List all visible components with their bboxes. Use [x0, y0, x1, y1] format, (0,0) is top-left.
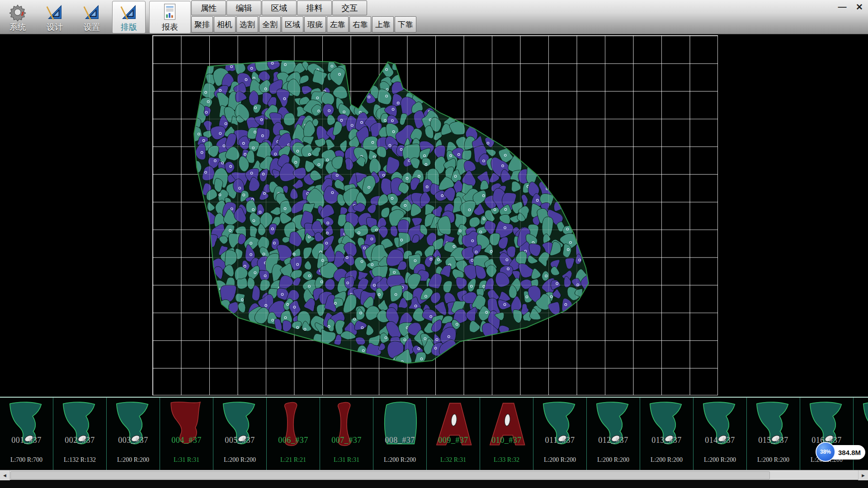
piece-name: 013_#37	[640, 436, 693, 445]
piece-counts: L:33 R:32	[480, 456, 533, 464]
close-button[interactable]: ✕	[853, 1, 866, 13]
tool-button-align-top[interactable]: 上靠	[372, 16, 394, 33]
piece-name: 006_#37	[267, 436, 320, 445]
piece-counts: L:31 R:31	[320, 456, 373, 464]
piece-counts: L:200 R:200	[587, 456, 640, 464]
piece-thumbnail[interactable]: 007_#37L:31 R:31	[320, 398, 373, 470]
ribbon-toolbar: 系统设计设置排版报表 属性编辑区域排料交互 聚排相机选割全割区域瑕疵左靠右靠上靠…	[0, 0, 868, 34]
set-square-icon	[45, 3, 64, 22]
progress-percent-badge: 38%	[816, 442, 835, 462]
piece-thumbnail[interactable]: 011_#37L:200 R:200	[533, 398, 587, 470]
piece-thumbnail[interactable]: 009_#37L:32 R:31	[427, 398, 480, 470]
piece-name: 005_#37	[213, 436, 266, 445]
pieces-strip: 001_#37L:700 R:700002_#37L:132 R:132003_…	[0, 397, 868, 470]
piece-name: 007_#37	[320, 436, 373, 445]
piece-counts: L:32 R:31	[427, 456, 480, 464]
piece-name: 003_#37	[107, 436, 160, 445]
main-button-group: 系统设计设置排版报表	[1, 1, 191, 33]
piece-thumbnail[interactable]: 001_#37L:700 R:700	[0, 398, 53, 470]
piece-thumbnail[interactable]: 010_#37L:33 R:32	[480, 398, 533, 470]
piece-name: 002_#37	[53, 436, 106, 445]
piece-counts: L:700 R:700	[0, 456, 53, 464]
scrollbar-thumb[interactable]	[10, 471, 770, 479]
piece-name: 004_#37	[160, 436, 213, 445]
set-square-icon	[119, 3, 138, 22]
menu-tab-interactive[interactable]: 交互	[332, 0, 367, 15]
piece-name: 014_#37	[693, 436, 746, 445]
piece-name: 011_#37	[533, 436, 586, 445]
menu-tab-row: 属性编辑区域排料交互	[191, 0, 417, 15]
ribbon-button-label: 设置	[84, 22, 100, 32]
tool-button-cut-all[interactable]: 全割	[259, 16, 281, 33]
piece-name: 012_#37	[587, 436, 640, 445]
minimize-button[interactable]: —	[835, 1, 849, 13]
piece-thumbnail[interactable]: 014_#37L:200 R:200	[693, 398, 747, 470]
piece-counts: L:200 R:200	[640, 456, 693, 464]
piece-thumbnail[interactable]: 005_#37L:200 R:200	[213, 398, 267, 470]
app-window: 系统设计设置排版报表 属性编辑区域排料交互 聚排相机选割全割区域瑕疵左靠右靠上靠…	[0, 0, 868, 488]
piece-counts: L:200 R:200	[693, 456, 746, 464]
piece-counts: L:132 R:132	[53, 456, 106, 464]
tool-button-align-right[interactable]: 右靠	[349, 16, 371, 33]
piece-name: 015_#37	[747, 436, 800, 445]
piece-counts: L:31 R:31	[160, 456, 213, 464]
ribbon-button-system[interactable]: 系统	[1, 1, 34, 33]
piece-thumbnail[interactable]: 015_#37L:200 R:200	[747, 398, 800, 470]
set-square-icon	[82, 3, 101, 22]
piece-thumbnail[interactable]: 013_#37L:200 R:200	[640, 398, 693, 470]
ribbon-button-label: 设计	[47, 22, 63, 32]
scroll-left-arrow-icon[interactable]: ◄	[0, 470, 10, 480]
piece-name: 010_#37	[480, 436, 533, 445]
tool-button-align-left[interactable]: 左靠	[327, 16, 349, 33]
piece-counts: L:200 R:200	[747, 456, 800, 464]
piece-thumbnail[interactable]: 012_#37L:200 R:200	[587, 398, 640, 470]
ribbon-button-nesting[interactable]: 排版	[112, 1, 146, 33]
ribbon-button-report[interactable]: 报表	[149, 1, 191, 33]
menu-tab-properties[interactable]: 属性	[191, 0, 226, 15]
ribbon-button-label: 排版	[121, 22, 137, 32]
piece-thumbnail[interactable]: 006_#37L:21 R:21	[267, 398, 320, 470]
piece-counts: L:200 R:200	[533, 456, 586, 464]
horizontal-scrollbar[interactable]: ◄ ►	[0, 470, 868, 480]
tool-button-row: 聚排相机选割全割区域瑕疵左靠右靠上靠下靠	[191, 16, 417, 33]
piece-thumbnail[interactable]: 004_#37L:31 R:31	[160, 398, 213, 470]
piece-counts: L:200 R:200	[107, 456, 160, 464]
menu-area: 属性编辑区域排料交互 聚排相机选割全割区域瑕疵左靠右靠上靠下靠	[191, 0, 417, 33]
ribbon-button-settings[interactable]: 设置	[75, 1, 108, 33]
nesting-canvas[interactable]	[152, 35, 717, 395]
piece-counts: L:21 R:21	[267, 456, 320, 464]
piece-thumbnail[interactable]: 003_#37L:200 R:200	[107, 398, 160, 470]
piece-counts: L:200 R:200	[373, 456, 426, 464]
tool-button-defect[interactable]: 瑕疵	[304, 16, 326, 33]
piece-name: 008_#37	[373, 436, 426, 445]
piece-thumbnail[interactable]: 008_#37L:200 R:200	[373, 398, 427, 470]
tool-button-align-bottom[interactable]: 下靠	[395, 16, 416, 33]
piece-counts: L:200 R:200	[213, 456, 266, 464]
report-doc-icon	[160, 3, 179, 22]
ribbon-button-label: 报表	[162, 22, 178, 32]
memory-progress-widget[interactable]: 384.8M 38%	[816, 442, 866, 463]
tool-button-region[interactable]: 区域	[282, 16, 303, 33]
window-bottom-edge	[0, 480, 868, 488]
piece-name: 009_#37	[427, 436, 480, 445]
piece-name: 001_#37	[0, 436, 53, 445]
menu-tab-region[interactable]: 区域	[262, 0, 297, 15]
canvas-viewport[interactable]	[0, 35, 868, 397]
menu-tab-nest[interactable]: 排料	[297, 0, 332, 15]
window-controls: — ✕	[835, 1, 866, 13]
ribbon-button-design[interactable]: 设计	[38, 1, 71, 33]
gear-icon	[8, 3, 27, 22]
menu-tab-edit[interactable]: 编辑	[226, 0, 261, 15]
tool-button-select-cut[interactable]: 选割	[236, 16, 258, 33]
ribbon-button-label: 系统	[9, 22, 26, 32]
tool-button-camera[interactable]: 相机	[214, 16, 236, 33]
scroll-right-arrow-icon[interactable]: ►	[858, 470, 868, 480]
piece-thumbnail[interactable]: 002_#37L:132 R:132	[53, 398, 107, 470]
tool-button-cluster-nest[interactable]: 聚排	[191, 16, 213, 33]
